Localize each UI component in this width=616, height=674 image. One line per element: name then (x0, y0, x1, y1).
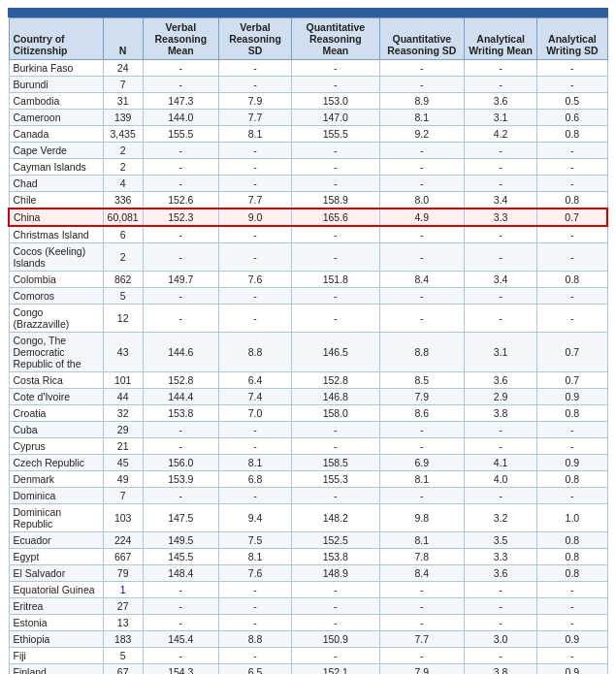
cell-vr_sd: 6.8 (218, 471, 291, 488)
cell-vr_sd: 9.4 (218, 504, 291, 532)
cell-qr_mean: - (292, 438, 379, 455)
cell-aw_mean: 4.2 (465, 126, 537, 143)
cell-qr_sd: 8.5 (379, 372, 465, 389)
cell-vr_sd: 7.4 (218, 389, 291, 405)
cell-aw_mean: - (465, 648, 537, 664)
cell-aw_sd: 0.9 (537, 389, 607, 405)
cell-vr_sd: - (218, 582, 291, 598)
cell-aw_mean: - (465, 582, 537, 598)
cell-vr_sd: - (218, 143, 291, 159)
cell-country: Burundi (9, 77, 103, 93)
cell-n: 21 (103, 438, 143, 455)
cell-n: 32 (103, 405, 143, 422)
cell-vr_sd: - (218, 159, 291, 176)
cell-aw_mean: 3.6 (465, 565, 537, 582)
cell-aw_mean: 3.3 (465, 209, 537, 226)
table-row: Cape Verde2------ (9, 143, 607, 159)
cell-qr_mean: - (292, 582, 379, 598)
col-aw-mean: Analytical Writing Mean (465, 18, 537, 60)
cell-qr_sd: 8.9 (379, 93, 465, 110)
cell-n: 31 (103, 93, 143, 110)
cell-aw_sd: - (537, 243, 607, 272)
table-row: Eritrea27------ (9, 598, 607, 615)
cell-country: Comoros (9, 288, 103, 305)
cell-country: Cameroon (9, 110, 103, 126)
cell-n: 103 (103, 504, 143, 532)
cell-qr_mean: - (292, 243, 379, 272)
cell-aw_sd: - (537, 60, 607, 77)
cell-vr_sd: 8.1 (218, 455, 291, 471)
cell-country: Czech Republic (9, 455, 103, 471)
cell-country: Dominica (9, 488, 103, 504)
cell-qr_mean: 155.3 (292, 471, 379, 488)
cell-vr_mean: 145.4 (143, 631, 218, 648)
cell-vr_mean: - (143, 176, 218, 192)
table-row: Costa Rica101152.86.4152.88.53.60.7 (9, 372, 607, 389)
cell-vr_mean: 147.5 (143, 504, 218, 532)
cell-aw_sd: - (537, 226, 607, 243)
cell-aw_mean: - (465, 615, 537, 631)
cell-n: 79 (103, 565, 143, 582)
col-n: N (103, 18, 143, 60)
cell-qr_mean: 147.0 (292, 110, 379, 126)
gre-scores-table: Country of Citizenship N Verbal Reasonin… (8, 8, 608, 674)
cell-qr_sd: 9.8 (379, 504, 465, 532)
cell-vr_mean: - (143, 598, 218, 615)
cell-country: El Salvador (9, 565, 103, 582)
cell-aw_sd: - (537, 159, 607, 176)
cell-qr_sd: 8.1 (379, 471, 465, 488)
cell-vr_mean: - (143, 422, 218, 438)
cell-n: 2 (103, 143, 143, 159)
cell-qr_mean: - (292, 176, 379, 192)
cell-qr_sd: - (379, 582, 465, 598)
cell-vr_sd: - (218, 648, 291, 664)
cell-aw_mean: - (465, 159, 537, 176)
cell-n: 27 (103, 598, 143, 615)
cell-aw_mean: 3.6 (465, 93, 537, 110)
cell-aw_sd: - (537, 305, 607, 333)
cell-n: 29 (103, 422, 143, 438)
cell-qr_sd: - (379, 288, 465, 305)
cell-qr_sd: - (379, 143, 465, 159)
cell-aw_sd: 0.8 (537, 532, 607, 549)
table-container: Country of Citizenship N Verbal Reasonin… (0, 0, 616, 674)
table-row: Cuba29------ (9, 422, 607, 438)
cell-vr_mean: 147.3 (143, 93, 218, 110)
cell-vr_mean: - (143, 60, 218, 77)
table-row: Burkina Faso24------ (9, 60, 607, 77)
cell-vr_sd: 7.0 (218, 405, 291, 422)
cell-vr_mean: - (143, 305, 218, 333)
cell-n: 13 (103, 615, 143, 631)
cell-qr_mean: - (292, 305, 379, 333)
cell-aw_sd: 0.7 (537, 333, 607, 372)
cell-vr_sd: - (218, 438, 291, 455)
cell-qr_sd: - (379, 598, 465, 615)
table-row: Finland67154.36.5152.17.93.80.9 (9, 664, 607, 675)
table-row: Cambodia31147.37.9153.08.93.60.5 (9, 93, 607, 110)
cell-qr_mean: 148.9 (292, 565, 379, 582)
table-row: Dominica7------ (9, 488, 607, 504)
cell-aw_mean: 3.6 (465, 372, 537, 389)
cell-vr_sd: 6.4 (218, 372, 291, 389)
table-row: Ecuador224149.57.5152.58.13.50.8 (9, 532, 607, 549)
cell-n: 3,435 (103, 126, 143, 143)
cell-vr_sd: - (218, 77, 291, 93)
cell-qr_mean: 158.5 (292, 455, 379, 471)
cell-vr_mean: 149.5 (143, 532, 218, 549)
cell-qr_sd: 8.4 (379, 565, 465, 582)
cell-qr_sd: 4.9 (379, 209, 465, 226)
cell-aw_mean: - (465, 305, 537, 333)
table-row: Ethiopia183145.48.8150.97.73.00.9 (9, 631, 607, 648)
cell-qr_mean: 152.1 (292, 664, 379, 675)
cell-n: 224 (103, 532, 143, 549)
cell-qr_sd: - (379, 159, 465, 176)
cell-vr_sd: 7.6 (218, 565, 291, 582)
cell-qr_sd: 8.8 (379, 333, 465, 372)
cell-country: Denmark (9, 471, 103, 488)
cell-vr_sd: 7.5 (218, 532, 291, 549)
col-vr-mean: Verbal Reasoning Mean (143, 18, 218, 60)
cell-qr_mean: - (292, 143, 379, 159)
cell-n: 49 (103, 471, 143, 488)
cell-vr_mean: 156.0 (143, 455, 218, 471)
cell-aw_mean: 3.4 (465, 272, 537, 288)
